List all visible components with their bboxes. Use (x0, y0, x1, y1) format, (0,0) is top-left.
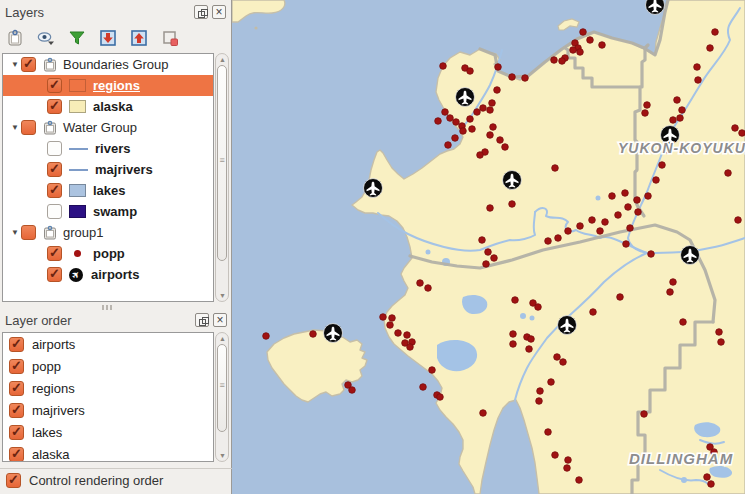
tree-group-group1[interactable]: ▼group1 (3, 222, 213, 243)
popp-point (564, 465, 571, 472)
expander-icon[interactable]: ▼ (5, 228, 21, 237)
remove-layer-icon[interactable] (160, 28, 180, 48)
filter-legend-icon[interactable] (67, 28, 87, 48)
order-item-airports[interactable]: airports (3, 333, 213, 355)
order-item-popp[interactable]: popp (3, 355, 213, 377)
popp-point (641, 411, 648, 418)
order-checkbox[interactable] (9, 337, 24, 352)
popp-point (480, 105, 487, 112)
popp-point (435, 118, 442, 125)
popp-point (565, 457, 572, 464)
popp-point (487, 132, 494, 139)
popp-point (395, 330, 402, 337)
order-item-regions[interactable]: regions (3, 377, 213, 399)
expander-icon[interactable]: ▼ (5, 60, 21, 69)
popp-point (487, 107, 494, 114)
tree-layer-rivers[interactable]: rivers (3, 138, 213, 159)
symbol-line (69, 148, 88, 150)
control-rendering-order-row[interactable]: Control rendering order (0, 468, 232, 492)
layer-order-scrollbar[interactable]: ▲ ▼ (215, 332, 229, 462)
collapse-all-icon[interactable] (129, 28, 149, 48)
tree-layer-alaska[interactable]: alaska (3, 96, 213, 117)
add-group-icon[interactable] (5, 28, 25, 48)
popp-point (535, 304, 542, 311)
popp-point (417, 280, 424, 287)
layers-float-button[interactable] (194, 5, 208, 19)
manage-visibility-icon[interactable] (36, 28, 56, 48)
layer-tree: ▼Boundaries Groupregionsalaska▼Water Gro… (2, 53, 214, 302)
layer-label: Water Group (63, 120, 137, 135)
order-label: alaska (32, 447, 70, 462)
popp-point (718, 339, 725, 346)
expand-all-icon[interactable] (98, 28, 118, 48)
popp-point (453, 119, 460, 126)
order-checkbox[interactable] (9, 403, 24, 418)
order-checkbox[interactable] (9, 425, 24, 440)
popp-point (635, 209, 642, 216)
layer-checkbox[interactable] (47, 204, 62, 219)
airport-marker (558, 316, 577, 335)
layer-checkbox[interactable] (47, 267, 62, 282)
popp-point (512, 297, 519, 304)
order-item-alaska[interactable]: alaska (3, 443, 213, 462)
popp-point (623, 241, 630, 248)
layer-checkbox[interactable] (47, 78, 62, 93)
popp-point (480, 410, 487, 417)
layer-order-close-button[interactable] (213, 313, 227, 327)
layer-checkbox[interactable] (47, 246, 62, 261)
airport-marker (681, 246, 700, 265)
order-checkbox[interactable] (9, 359, 24, 374)
map-canvas[interactable]: YUKON-KOYUKUKDILLINGHAM (232, 0, 745, 494)
tree-group-water-group[interactable]: ▼Water Group (3, 117, 213, 138)
layer-checkbox[interactable] (47, 183, 62, 198)
tree-group-boundaries-group[interactable]: ▼Boundaries Group (3, 54, 213, 75)
layer-checkbox[interactable] (21, 120, 36, 135)
order-item-majrivers[interactable]: majrivers (3, 399, 213, 421)
layer-checkbox[interactable] (47, 141, 62, 156)
order-checkbox[interactable] (9, 447, 24, 462)
layers-scrollbar[interactable]: ▲ ▼ (215, 53, 229, 302)
popp-point (460, 128, 467, 135)
layer-label: group1 (63, 225, 103, 240)
airport-marker (324, 324, 343, 343)
popp-point (576, 477, 583, 484)
popp-point (483, 261, 490, 268)
popp-point (349, 387, 356, 394)
layer-checkbox[interactable] (47, 99, 62, 114)
popp-point (437, 394, 444, 401)
layer-label: popp (93, 246, 125, 261)
popp-point (522, 75, 529, 82)
popp-point (587, 37, 594, 44)
layer-checkbox[interactable] (47, 162, 62, 177)
expander-icon[interactable]: ▼ (5, 123, 21, 132)
popp-point (580, 29, 587, 36)
layer-checkbox[interactable] (21, 225, 36, 240)
layers-close-button[interactable] (212, 5, 226, 19)
popp-point (577, 49, 584, 56)
popp-point (528, 336, 535, 343)
popp-point (642, 110, 649, 117)
tree-layer-lakes[interactable]: lakes (3, 180, 213, 201)
layer-checkbox[interactable] (21, 57, 36, 72)
popp-point (497, 137, 504, 144)
airport-marker (364, 179, 383, 198)
popp-point (694, 64, 701, 71)
popp-point (670, 117, 677, 124)
control-rendering-order-checkbox[interactable] (6, 473, 21, 488)
popp-point (469, 126, 476, 133)
layer-label: rivers (95, 141, 130, 156)
order-label: lakes (32, 425, 62, 440)
tree-layer-swamp[interactable]: swamp (3, 201, 213, 222)
group-icon (43, 225, 57, 240)
tree-layer-popp[interactable]: popp (3, 243, 213, 264)
layer-order-float-button[interactable] (195, 313, 209, 327)
symbol-swatch (69, 184, 86, 197)
tree-layer-airports[interactable]: ✈airports (3, 264, 213, 285)
tree-layer-majrivers[interactable]: majrivers (3, 159, 213, 180)
popp-point (634, 197, 641, 204)
tree-layer-regions[interactable]: regions (3, 75, 213, 96)
order-item-lakes[interactable]: lakes (3, 421, 213, 443)
layer-label: lakes (93, 183, 126, 198)
order-checkbox[interactable] (9, 381, 24, 396)
popp-point (387, 322, 394, 329)
